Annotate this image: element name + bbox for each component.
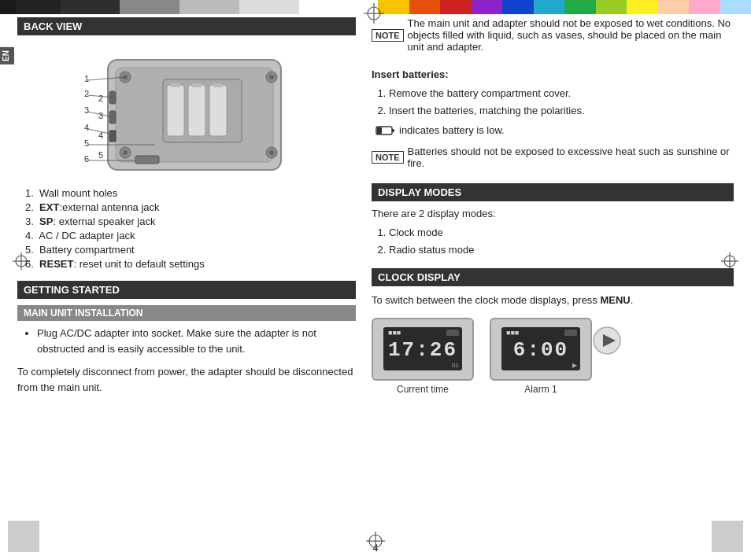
insert-batteries-title: Insert batteries: bbox=[372, 68, 734, 80]
list-item: Clock mode bbox=[389, 224, 734, 241]
svg-text:2: 2 bbox=[84, 89, 89, 98]
list-item: 5. Battery compartment bbox=[25, 244, 356, 256]
insert-batteries-section: Insert batteries: Remove the battery com… bbox=[372, 68, 734, 136]
bottom-crosshair bbox=[365, 531, 386, 554]
clock-display-intro: To switch between the clock mode display… bbox=[372, 293, 734, 308]
list-item: Insert the batteries, matching the polar… bbox=[389, 102, 734, 120]
svg-text:4: 4 bbox=[84, 123, 89, 132]
display-modes-list: Clock mode Radio status mode bbox=[389, 224, 734, 259]
svg-rect-47 bbox=[392, 129, 394, 132]
display-modes-section: DISPLAY MODES There are 2 display modes:… bbox=[372, 183, 734, 259]
current-time-display: ■■■ 17:26 01 bbox=[383, 327, 462, 370]
top-left-mark bbox=[16, 0, 59, 14]
svg-text:1: 1 bbox=[84, 74, 89, 83]
list-item: 2. EXT:external antenna jack bbox=[25, 201, 356, 213]
svg-rect-28 bbox=[109, 131, 116, 142]
list-item: 4. AC / DC adapter jack bbox=[25, 230, 356, 241]
display-modes-header: DISPLAY MODES bbox=[372, 183, 734, 201]
alarm-mode-indicator: ▶ bbox=[572, 362, 580, 369]
back-view-diagram: 2 3 4 5 1 2 3 4 5 6 bbox=[17, 42, 356, 179]
battery-icon bbox=[376, 125, 396, 136]
play-button bbox=[592, 326, 622, 358]
note1-section: NOTE The main unit and adapter should no… bbox=[372, 17, 734, 56]
list-item: 6. RESET: reset unit to default settings bbox=[25, 258, 356, 270]
current-time-container: ■■■ 17:26 01 Current time bbox=[372, 318, 474, 395]
svg-rect-16 bbox=[192, 83, 202, 87]
battery-low-indicator: indicates battery is low. bbox=[376, 124, 734, 136]
note1-label: NOTE bbox=[372, 29, 404, 42]
svg-rect-48 bbox=[377, 127, 382, 134]
svg-text:5: 5 bbox=[98, 150, 103, 160]
svg-rect-39 bbox=[135, 156, 159, 164]
back-view-list: 1. Wall mount holes 2. EXT:external ante… bbox=[25, 187, 356, 270]
main-unit-installation-header: MAIN UNIT INSTALLATION bbox=[17, 305, 356, 321]
svg-rect-27 bbox=[109, 111, 116, 123]
svg-rect-14 bbox=[209, 85, 227, 136]
list-item: 1. Wall mount holes bbox=[25, 187, 356, 199]
screen-label-small: ■■■ bbox=[383, 329, 401, 337]
time-value: 17:26 bbox=[388, 338, 457, 362]
svg-text:5: 5 bbox=[84, 138, 89, 148]
seconds-display: 01 bbox=[452, 362, 462, 369]
list-item: Remove the battery compartment cover. bbox=[389, 85, 734, 102]
svg-rect-15 bbox=[171, 83, 180, 87]
alarm1-container: ■■■ 6:00 ▶ Alarm 1 bbox=[490, 318, 592, 395]
note2-text: Batteries should not be exposed to exces… bbox=[408, 146, 734, 169]
svg-point-25 bbox=[269, 150, 274, 155]
disconnect-para: To completely disconnect from power, the… bbox=[17, 364, 356, 395]
list-item: Radio status mode bbox=[389, 241, 734, 259]
back-view-header: BACK VIEW bbox=[17, 17, 356, 35]
alarm-time-value: 6:00 bbox=[513, 338, 568, 362]
svg-rect-13 bbox=[188, 85, 205, 136]
clock-display-header: CLOCK DISPLAY bbox=[372, 268, 734, 286]
getting-started-section: GETTING STARTED MAIN UNIT INSTALLATION P… bbox=[17, 281, 356, 395]
alarm-indicator bbox=[564, 330, 577, 336]
note2-section: NOTE Batteries should not be exposed to … bbox=[372, 146, 734, 172]
note2-box: NOTE Batteries should not be exposed to … bbox=[372, 146, 734, 169]
svg-point-21 bbox=[123, 150, 128, 155]
alarm-screen-label-small: ■■■ bbox=[501, 329, 519, 337]
clock-indicator bbox=[446, 330, 459, 336]
bottom-right-mark bbox=[712, 521, 743, 552]
clock-images-container: ■■■ 17:26 01 Current time ■■■ 6:00 bbox=[372, 318, 734, 395]
getting-started-header: GETTING STARTED bbox=[17, 281, 356, 299]
back-view-section: BACK VIEW bbox=[17, 17, 356, 270]
battery-steps: Remove the battery compartment cover. In… bbox=[389, 85, 734, 120]
svg-rect-12 bbox=[167, 85, 184, 136]
alarm1-display: ■■■ 6:00 ▶ bbox=[501, 327, 580, 370]
list-item: Plug AC/DC adapter into socket. Make sur… bbox=[37, 326, 356, 356]
bottom-left-mark bbox=[8, 521, 39, 552]
svg-text:6: 6 bbox=[84, 154, 89, 164]
current-time-label: Current time bbox=[397, 384, 449, 395]
svg-point-23 bbox=[269, 75, 274, 79]
current-time-screen: ■■■ 17:26 01 bbox=[372, 318, 474, 381]
battery-low-text: indicates battery is low. bbox=[399, 124, 505, 136]
display-modes-intro: There are 2 display modes: bbox=[372, 208, 734, 219]
clock-display-section: CLOCK DISPLAY To switch between the cloc… bbox=[372, 268, 734, 395]
note1-box: NOTE The main unit and adapter should no… bbox=[372, 17, 734, 53]
svg-text:3: 3 bbox=[98, 111, 103, 120]
note2-label: NOTE bbox=[372, 151, 404, 164]
svg-text:2: 2 bbox=[98, 94, 103, 103]
language-tab: EN bbox=[0, 47, 14, 64]
color-bar-right bbox=[378, 0, 751, 14]
alarm1-screen: ■■■ 6:00 ▶ bbox=[490, 318, 592, 381]
note1-text: The main unit and adapter should not be … bbox=[408, 17, 734, 53]
alarm1-label: Alarm 1 bbox=[524, 384, 557, 395]
installation-bullet-list: Plug AC/DC adapter into socket. Make sur… bbox=[37, 326, 356, 356]
svg-text:3: 3 bbox=[84, 105, 89, 115]
svg-rect-17 bbox=[213, 83, 223, 87]
list-item: 3. SP: external speaker jack bbox=[25, 216, 356, 227]
